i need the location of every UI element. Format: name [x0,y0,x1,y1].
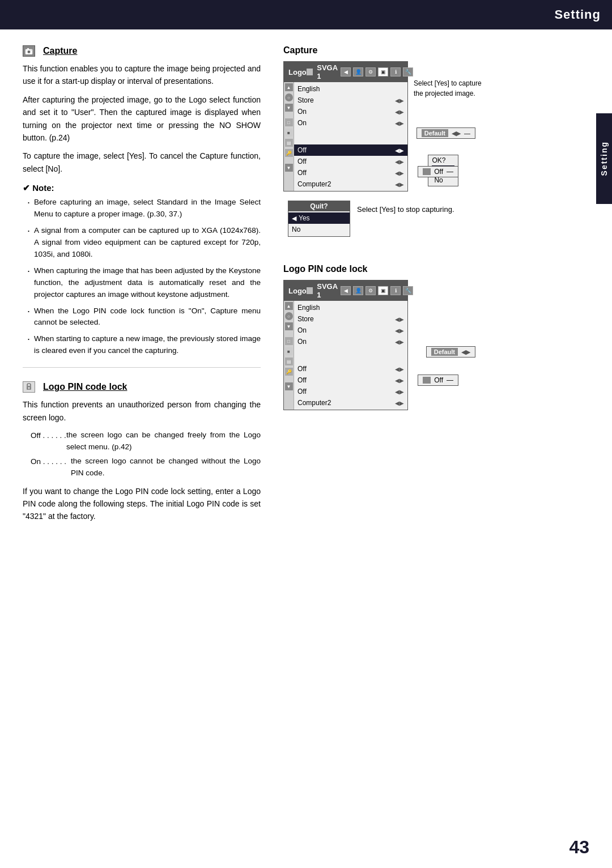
lp-menu-item-label: English [298,304,404,312]
note-section: ✔ Note: Before capturing an image, selec… [23,183,261,357]
no-option[interactable]: No [434,176,443,184]
capture-menu-header-title: Logo [288,68,307,76]
capture-body3: To capture the image, select [Yes]. To c… [23,150,261,175]
menu-item-label: Off [298,169,395,177]
pin-icon [23,381,35,393]
note-item: When starting to capture a new image, th… [27,333,261,357]
capture-heading: Capture [23,45,261,57]
lp-menu-item-arrow: ◀▶ [395,389,404,395]
lp-menu-item-arrow: ◀▶ [395,366,404,372]
capture-menu-header: Logo SVGA 1 ◀ 👤 ⚙ ▣ ℹ 🔧 [284,62,407,82]
off-sub-label: Off [434,168,443,176]
menu-header-icon1 [307,69,313,75]
quit-yes-row[interactable]: ◀ Yes [288,212,350,224]
lp-icon-down2[interactable]: ▼ [285,382,293,390]
lp-menu-item-on2: On ◀▶ [294,336,407,347]
menu-item-label: Off [298,158,395,165]
lp-menu-item-arrow: ◀▶ [395,339,404,345]
lp-menu-item-off3: Off ◀▶ [294,386,407,397]
capture-select-text: Select [Yes] to capture the projected im… [414,78,487,99]
off-sub-dash: — [447,168,453,176]
lp-menu-item-store: Store ◀▶ [294,313,407,325]
menu-item-off1: Off ◀▶ [294,144,407,156]
page-number: 43 [569,837,589,858]
arrow-up[interactable]: ▲ [285,83,293,91]
quit-panel: Quit? ◀ Yes No [288,201,350,237]
default-arrow: ◀▶ [452,130,461,137]
icon-person: 👤 [353,67,363,76]
lp-off-sub-dash: — [447,376,453,384]
lp-menu-item-computer2: Computer2 ◀▶ [294,397,407,409]
quit-no-label[interactable]: No [292,225,300,233]
menu-item-arrow: ◀▶ [395,97,404,104]
logo-pin-menu-header: Logo SVGA 1 ◀ 👤 ⚙ ▣ ℹ 🔧 [284,280,407,301]
quit-no-row[interactable]: No [288,224,350,235]
note-item: When the Logo PIN code lock function is … [27,305,261,329]
lp-menu-item-off2: Off ◀▶ Off — [294,375,407,386]
lp-menu-item-label: Off [298,365,395,373]
menu-header-icons: ◀ 👤 ⚙ ▣ ℹ 🔧 [341,67,413,76]
note-item: When capturing the image that has been a… [27,265,261,301]
icon-info: ℹ [390,67,401,76]
lp-arrow-up[interactable]: ▲ [285,302,293,310]
lp-menu-item-on1: On ◀▶ [294,325,407,336]
menu-sidebar: ▲ ○ ▼ □ ■ ▤ 🔑 ▼ [284,82,294,191]
arrow-circle: ○ [285,93,293,101]
right-capture-title: Capture [283,45,572,56]
lp-icon-info: ℹ [390,286,401,295]
menu-item-label: Store [298,96,395,104]
off-desc: the screen logo can be changed freely fr… [66,429,261,453]
quit-yes-label[interactable]: Yes [299,214,310,222]
icon-sq2: ■ [285,129,293,137]
menu-item-label: Computer2 [298,180,395,188]
icon-sq3: ▤ [285,139,293,147]
lp-icon-sq1: □ [285,337,293,345]
note-heading-text: Note: [32,183,54,193]
main-content: Capture This function enables you to cap… [0,34,596,834]
lp-menu-separator: Default ◀▶ [294,347,407,363]
menu-item-arrow: ◀▶ [395,109,404,115]
menu-item-english: English [294,83,407,95]
capture-body1: This function enables you to capture the… [23,62,261,88]
quit-arrow: ◀ [292,215,296,222]
icon-down2[interactable]: ▼ [285,164,293,172]
logo-pin-body2: If you want to change the Logo PIN code … [23,485,261,523]
default-dash: — [464,130,470,137]
quit-header: Quit? [288,201,350,211]
section-tab-label: Setting [600,141,609,176]
menu-item-computer2: Computer2 ◀▶ [294,178,407,190]
lp-menu-item-label: Off [298,388,395,395]
lp-icon-arrow: ◀ [341,286,351,295]
logo-pin-menu-header-icon [307,287,313,294]
capture-menu-items: English Store ◀▶ On ◀▶ On ◀▶ [294,82,407,191]
menu-item-off3: Off ◀▶ [294,167,407,178]
lp-menu-item-off1: Off ◀▶ [294,363,407,375]
lp-icon-display: ▣ [378,286,388,295]
capture-menu-panel: Logo SVGA 1 ◀ 👤 ⚙ ▣ ℹ 🔧 [283,61,408,192]
logo-pin-menu-header-icons: ◀ 👤 ⚙ ▣ ℹ 🔧 [341,286,413,295]
lp-arrow-down[interactable]: ▼ [285,322,293,330]
svg-point-4 [31,50,32,51]
lp-off-sub-label: Off [434,376,443,384]
off-label: Off . . . . . . [31,429,66,453]
quit-desc: Select [Yes] to stop capturing. [357,201,459,215]
lp-menu-item-arrow: ◀▶ [395,377,404,384]
menu-item-label: On [298,119,395,127]
off-on-table: Off . . . . . . the screen logo can be c… [31,429,261,479]
lp-menu-item-label: On [298,338,395,346]
note-item: A signal from a computer can be captured… [27,225,261,261]
icon-settings: ⚙ [366,67,376,76]
logo-pin-menu-body: ▲ ○ ▼ □ ■ ▤ 🔑 ▼ English [284,301,407,410]
icon-display: ▣ [378,67,388,76]
quit-section: Quit? ◀ Yes No Select [Yes] to stop capt… [288,201,572,241]
menu-item-on2: On ◀▶ [294,117,407,129]
lp-menu-item-arrow: ◀▶ [395,316,404,322]
lp-off-sub-icon [423,377,431,384]
right-logo-pin-title: Logo PIN code lock [283,264,572,274]
lp-icon-sq2: ■ [285,347,293,355]
capture-menu-body: ▲ ○ ▼ □ ■ ▤ 🔑 ▼ English [284,82,407,191]
arrow-down[interactable]: ▼ [285,104,293,112]
menu-item-arrow: ◀▶ [395,120,404,126]
icon-arrow-left: ◀ [341,67,351,76]
lp-menu-item-label: On [298,326,395,334]
